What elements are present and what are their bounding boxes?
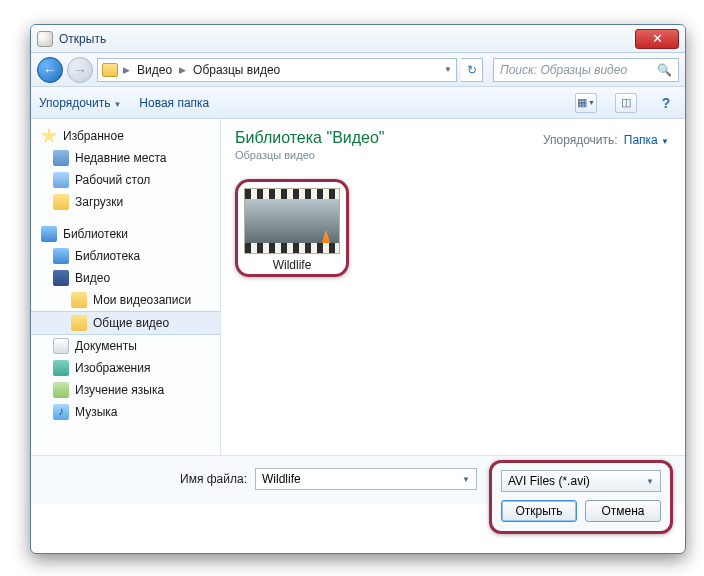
sidebar-music[interactable]: ♪Музыка [31,401,220,423]
file-item-wildlife[interactable]: Wildlife [235,179,349,277]
downloads-icon [53,194,69,210]
open-button[interactable]: Открыть [501,500,577,522]
star-icon [41,128,57,144]
sidebar: Избранное Недавние места Рабочий стол За… [31,119,221,455]
sidebar-public-videos[interactable]: Общие видео [31,311,220,335]
search-input[interactable]: Поиск: Образцы видео 🔍 [493,58,679,82]
crumb-samples[interactable]: Образцы видео [191,63,282,77]
sidebar-lang[interactable]: Изучение языка [31,379,220,401]
sidebar-my-videos[interactable]: Мои видеозаписи [31,289,220,311]
close-button[interactable]: ✕ [635,29,679,49]
libraries-icon [41,226,57,242]
sidebar-library[interactable]: Библиотека [31,245,220,267]
help-button[interactable]: ? [655,93,677,113]
crumb-video[interactable]: Видео [135,63,174,77]
view-options-button[interactable]: ▦ ▼ [575,93,597,113]
sidebar-libraries[interactable]: Библиотеки [31,223,220,245]
sidebar-favorites[interactable]: Избранное [31,125,220,147]
cancel-button[interactable]: Отмена [585,500,661,522]
chevron-right-icon[interactable]: ▶ [120,65,133,75]
forward-button: → [67,57,93,83]
video-icon [53,270,69,286]
library-subtitle: Образцы видео [235,149,671,161]
music-icon: ♪ [53,404,69,420]
window-title: Открыть [59,32,635,46]
file-list: Библиотека "Видео" Образцы видео Упорядо… [221,119,685,455]
back-button[interactable]: ← [37,57,63,83]
sidebar-downloads[interactable]: Загрузки [31,191,220,213]
lang-icon [53,382,69,398]
action-highlight: AVI Files (*.avi)▼ Открыть Отмена [489,460,673,534]
documents-icon [53,338,69,354]
folder-icon [102,63,118,77]
filename-input[interactable]: Wildlife▼ [255,468,477,490]
app-icon [37,31,53,47]
arrange-by: Упорядочить: Папка ▼ [543,133,669,147]
chevron-right-icon[interactable]: ▶ [176,65,189,75]
preview-pane-button[interactable]: ◫ [615,93,637,113]
chevron-down-icon[interactable]: ▼ [444,65,452,74]
filetype-filter[interactable]: AVI Files (*.avi)▼ [501,470,661,492]
sidebar-recent[interactable]: Недавние места [31,147,220,169]
desktop-icon [53,172,69,188]
new-folder-button[interactable]: Новая папка [139,96,209,110]
refresh-button[interactable]: ↻ [461,58,483,82]
search-placeholder: Поиск: Образцы видео [500,63,627,77]
open-dialog: Открыть ✕ ← → ▶ Видео ▶ Образцы видео ▼ … [30,24,686,554]
filename-label: Имя файла: [47,472,247,486]
chevron-down-icon[interactable]: ▼ [462,475,470,484]
body: Избранное Недавние места Рабочий стол За… [31,119,685,455]
folder-icon [71,292,87,308]
titlebar: Открыть ✕ [31,25,685,53]
bottom-panel: Имя файла: Wildlife▼ AVI Files (*.avi)▼ … [31,455,685,504]
sidebar-desktop[interactable]: Рабочий стол [31,169,220,191]
toolbar: Упорядочить▼ Новая папка ▦ ▼ ◫ ? [31,87,685,119]
breadcrumb[interactable]: ▶ Видео ▶ Образцы видео ▼ [97,58,457,82]
arrange-link[interactable]: Папка ▼ [624,133,669,147]
organize-button[interactable]: Упорядочить▼ [39,96,121,110]
file-label: Wildlife [244,258,340,272]
folder-icon [71,315,87,331]
chevron-down-icon[interactable]: ▼ [646,477,654,486]
images-icon [53,360,69,376]
sidebar-images[interactable]: Изображения [31,357,220,379]
recent-icon [53,150,69,166]
video-thumbnail [244,188,340,254]
library-icon [53,248,69,264]
nav-bar: ← → ▶ Видео ▶ Образцы видео ▼ ↻ Поиск: О… [31,53,685,87]
search-icon: 🔍 [657,63,672,77]
sidebar-video[interactable]: Видео [31,267,220,289]
sidebar-documents[interactable]: Документы [31,335,220,357]
